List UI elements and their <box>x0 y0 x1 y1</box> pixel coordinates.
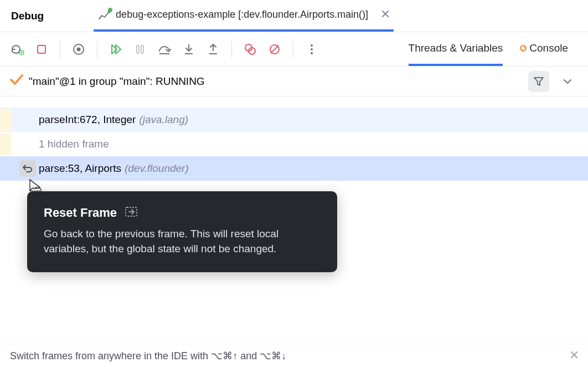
svg-point-16 <box>311 52 313 54</box>
graph-icon <box>98 9 110 21</box>
step-icon <box>125 206 138 220</box>
yellow-marker <box>0 109 11 131</box>
tab-threads-variables[interactable]: Threads & Variables <box>409 32 503 66</box>
tab-label-threads: Threads & Variables <box>409 42 503 54</box>
filter-button[interactable] <box>528 71 549 92</box>
separator <box>231 41 232 58</box>
svg-point-4 <box>77 47 81 51</box>
thread-label: "main"@1 in group "main": RUNNING <box>29 75 205 88</box>
pause-button[interactable] <box>132 41 148 58</box>
hint-text: Switch frames from anywhere in the IDE w… <box>10 350 286 362</box>
separator <box>97 41 97 58</box>
expand-button[interactable] <box>557 71 578 92</box>
more-button[interactable] <box>303 41 320 58</box>
debug-toolbar: Threads & Variables Console <box>0 32 588 67</box>
frame-package: (dev.flounder) <box>125 162 189 175</box>
svg-rect-6 <box>141 45 143 53</box>
close-icon[interactable] <box>381 10 389 20</box>
svg-line-13 <box>271 45 278 53</box>
close-icon[interactable] <box>570 350 578 361</box>
step-over-button[interactable] <box>156 41 173 58</box>
tooltip-title: Reset Frame <box>44 206 117 220</box>
svg-point-15 <box>311 48 313 50</box>
frames-list: parseInt:672, Integer (java.lang) 1 hidd… <box>0 96 588 181</box>
frame-method: parseInt:672, Integer <box>39 114 136 126</box>
checkmark-icon <box>10 74 23 88</box>
rerun-button[interactable] <box>9 41 25 58</box>
tab-console[interactable]: Console <box>519 32 568 66</box>
frame-method: 1 hidden frame <box>39 138 109 150</box>
hint-bar: Switch frames from anywhere in the IDE w… <box>0 344 588 367</box>
tooltip-body: Go back to the previous frame. This will… <box>44 227 321 257</box>
run-config-tab[interactable]: debug-exceptions-example [:dev.flounder.… <box>94 0 394 32</box>
header: Debug debug-exceptions-example [:dev.flo… <box>0 0 588 32</box>
mute-breakpoints-button[interactable] <box>266 41 283 58</box>
debug-panel-tabs: Threads & Variables Console <box>409 32 579 66</box>
frame-method: parse:53, Airports <box>39 162 121 175</box>
yellow-marker <box>0 133 11 155</box>
frame-row[interactable]: parse:53, Airports (dev.flounder) <box>0 156 588 181</box>
svg-point-14 <box>311 44 313 47</box>
thread-selector[interactable]: "main"@1 in group "main": RUNNING <box>0 67 588 96</box>
reset-frame-button[interactable] <box>19 160 36 177</box>
show-execution-point-button[interactable] <box>70 41 87 58</box>
console-overflow-icon <box>519 41 526 55</box>
frame-row-hidden[interactable]: 1 hidden frame <box>0 132 588 156</box>
view-breakpoints-button[interactable] <box>242 41 259 58</box>
step-into-button[interactable] <box>180 41 197 58</box>
svg-rect-5 <box>137 45 139 53</box>
resume-button[interactable] <box>107 41 124 58</box>
tab-label: debug-exceptions-example [:dev.flounder.… <box>116 9 368 21</box>
debug-title: Debug <box>11 10 44 22</box>
svg-rect-2 <box>38 45 45 53</box>
tab-label-console: Console <box>529 42 568 54</box>
tooltip: Reset Frame Go back to the previous fram… <box>27 191 337 272</box>
frame-package: (java.lang) <box>139 114 188 126</box>
separator <box>60 41 60 58</box>
step-out-button[interactable] <box>205 41 221 58</box>
stop-button[interactable] <box>33 41 50 58</box>
frame-row[interactable]: parseInt:672, Integer (java.lang) <box>0 108 588 132</box>
separator <box>293 41 293 58</box>
